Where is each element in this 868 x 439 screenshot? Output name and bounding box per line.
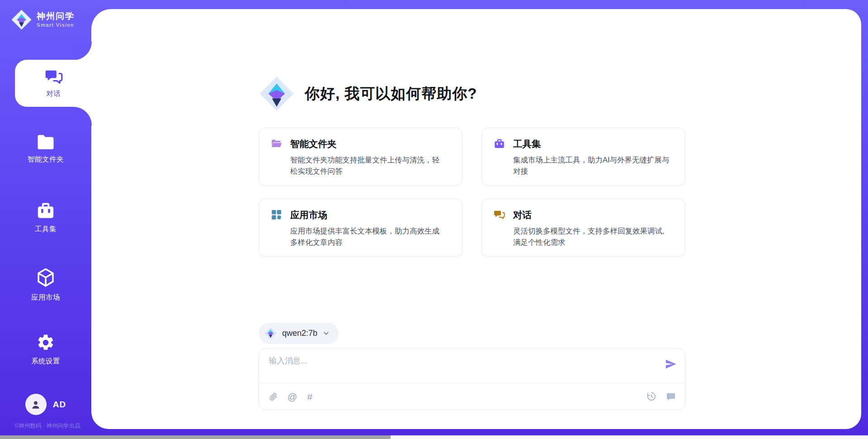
quick-chat-button[interactable] xyxy=(665,391,676,402)
chat-bubble-icon xyxy=(665,391,676,402)
card-app-market[interactable]: 应用市场 应用市场提供丰富长文本模板，助力高效生成多样化文章内容 xyxy=(259,199,462,257)
briefcase-icon xyxy=(494,138,505,149)
paperclip-icon xyxy=(269,392,278,401)
card-description: 应用市场提供丰富长文本模板，助力高效生成多样化文章内容 xyxy=(290,225,450,248)
folder-icon xyxy=(36,134,55,150)
user-initials: AD xyxy=(53,400,66,410)
card-chat[interactable]: 对话 灵活切换多模型文件，支持多样回复效果调试,满足个性化需求 xyxy=(481,199,685,257)
chevron-down-icon xyxy=(323,330,330,337)
sidebar-item-folders[interactable]: 智能文件夹 xyxy=(0,134,91,164)
avatar xyxy=(25,394,47,415)
attach-file-button[interactable] xyxy=(269,392,278,401)
model-selector[interactable]: qwen2:7b xyxy=(259,323,339,344)
diamond-logo-icon xyxy=(264,327,277,339)
copyright-text: ©神州数码 · 神州问学出品 xyxy=(0,422,95,430)
mention-button[interactable]: @ xyxy=(288,392,297,401)
sidebar-item-settings[interactable]: 系统设置 xyxy=(0,333,91,366)
person-icon xyxy=(30,399,42,410)
message-input[interactable] xyxy=(269,355,653,379)
sidebar-item-label: 系统设置 xyxy=(31,357,60,366)
hash-icon: # xyxy=(307,392,312,401)
chat-bubbles-icon xyxy=(45,68,63,86)
sidebar-item-tools[interactable]: 工具集 xyxy=(0,202,91,234)
greeting-title: 你好, 我可以如何帮助你? xyxy=(305,84,477,104)
card-smart-folders[interactable]: 智能文件夹 智能文件夹功能支持批量文件上传与清洗，轻松实现文件问答 xyxy=(259,128,462,186)
card-title: 对话 xyxy=(513,209,673,221)
card-toolset[interactable]: 工具集 集成市场上主流工具，助力AI与外界无缝扩展与对接 xyxy=(481,128,685,186)
chat-bubbles-icon xyxy=(494,209,505,220)
history-icon xyxy=(646,391,656,401)
sidebar-item-label: 智能文件夹 xyxy=(28,155,64,164)
brand-subtitle: Smart Vision xyxy=(37,22,75,28)
scrollbar-thumb[interactable] xyxy=(0,435,391,439)
sidebar-item-label: 应用市场 xyxy=(31,293,60,302)
hashtag-button[interactable]: # xyxy=(307,392,312,401)
card-title: 工具集 xyxy=(513,138,673,150)
diamond-logo-icon xyxy=(259,76,295,112)
composer-toolbar: @ # xyxy=(269,383,676,410)
diamond-logo-icon xyxy=(11,9,32,30)
at-icon: @ xyxy=(288,392,297,401)
briefcase-icon xyxy=(36,202,55,220)
card-description: 集成市场上主流工具，助力AI与外界无缝扩展与对接 xyxy=(513,154,673,177)
send-icon xyxy=(665,358,677,370)
horizontal-scrollbar xyxy=(0,435,868,439)
card-title: 应用市场 xyxy=(290,209,450,221)
sidebar-item-label: 对话 xyxy=(47,89,61,99)
gear-icon xyxy=(36,333,55,352)
history-button[interactable] xyxy=(646,391,656,401)
model-name: qwen2:7b xyxy=(282,329,317,338)
sidebar-item-label: 工具集 xyxy=(35,224,57,234)
card-title: 智能文件夹 xyxy=(290,138,450,150)
brand-logo: 神州问学 Smart Vision xyxy=(11,9,75,30)
card-description: 智能文件夹功能支持批量文件上传与清洗，轻松实现文件问答 xyxy=(290,154,450,177)
message-composer: @ # xyxy=(259,348,685,410)
feature-cards: 智能文件夹 智能文件夹功能支持批量文件上传与清洗，轻松实现文件问答 工具集 集成… xyxy=(259,128,685,257)
cube-icon xyxy=(36,267,56,288)
card-description: 灵活切换多模型文件，支持多样回复效果调试,满足个性化需求 xyxy=(513,225,673,248)
user-profile[interactable]: AD xyxy=(0,394,91,415)
sidebar-item-chat[interactable]: 对话 xyxy=(15,60,92,107)
brand-name: 神州问学 xyxy=(37,11,75,21)
greeting-block: 你好, 我可以如何帮助你? xyxy=(259,74,477,114)
sidebar-item-market[interactable]: 应用市场 xyxy=(0,267,91,302)
grid-icon xyxy=(271,209,282,220)
send-button[interactable] xyxy=(664,358,677,371)
folder-open-icon xyxy=(271,138,282,149)
